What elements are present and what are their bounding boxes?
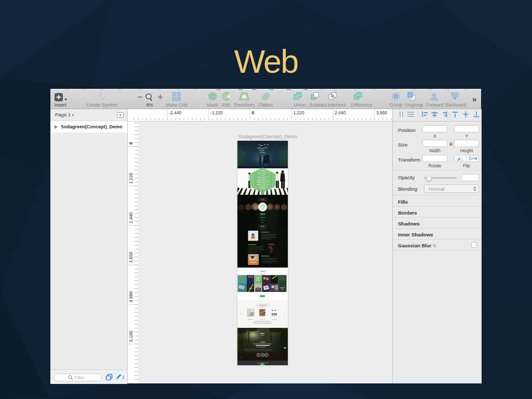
svg-text:0: 0 — [252, 110, 255, 115]
svg-text:3,660: 3,660 — [128, 251, 134, 263]
svg-text:2,440: 2,440 — [335, 110, 346, 115]
svg-text:2,440: 2,440 — [128, 212, 134, 223]
svg-text:0: 0 — [128, 142, 134, 144]
svg-text:-2,440: -2,440 — [169, 110, 181, 115]
svg-text:-1,220: -1,220 — [210, 110, 223, 115]
svg-text:3,660: 3,660 — [376, 110, 388, 115]
svg-text:1,220: 1,220 — [128, 172, 134, 184]
svg-text:‹: ‹ — [241, 312, 242, 315]
svg-text:›: › — [284, 313, 285, 316]
svg-text:4,880: 4,880 — [128, 291, 134, 302]
svg-text:6,100: 6,100 — [128, 330, 134, 342]
svg-text:1,220: 1,220 — [293, 110, 304, 115]
